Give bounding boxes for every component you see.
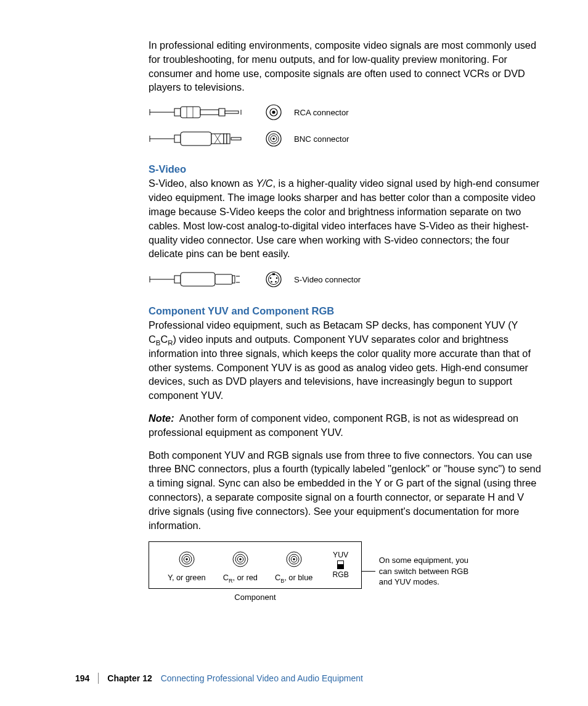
yuv-rgb-switch: YUV RGB bbox=[332, 551, 348, 579]
note-paragraph: Note: Another form of component video, c… bbox=[149, 411, 542, 440]
svideo-em: Y/C bbox=[256, 178, 272, 189]
svg-point-49 bbox=[239, 558, 242, 560]
svg-rect-30 bbox=[181, 273, 215, 286]
svideo-cable-icon bbox=[149, 269, 247, 289]
rca-figure-row: RCA connector bbox=[149, 103, 542, 121]
svg-point-39 bbox=[276, 277, 278, 279]
component-y-connector: Y, or green bbox=[168, 551, 206, 582]
page-number: 194 bbox=[75, 673, 89, 683]
svg-rect-8 bbox=[225, 111, 239, 113]
y-label: Y, or green bbox=[168, 573, 206, 582]
svg-point-41 bbox=[275, 281, 277, 283]
bnc-jack-icon bbox=[264, 129, 283, 148]
svideo-text-post: , is a higher-quality video signal used … bbox=[149, 178, 539, 259]
svg-point-38 bbox=[270, 277, 272, 279]
comp-p1-post: ) video inputs and outputs. Component YU… bbox=[149, 334, 531, 401]
svideo-label: S-Video connector bbox=[294, 275, 361, 284]
bnc-figure-row: BNC connector bbox=[149, 129, 542, 149]
svg-point-26 bbox=[272, 138, 275, 140]
callout-line bbox=[362, 571, 375, 572]
svideo-figure-row: S-Video connector bbox=[149, 269, 542, 289]
svideo-text-pre: S-Video, also known as bbox=[149, 178, 256, 189]
cb-pre: C bbox=[275, 573, 280, 582]
bnc-jack-icon bbox=[285, 551, 303, 568]
svg-rect-2 bbox=[174, 109, 181, 116]
note-label: Note: bbox=[149, 413, 174, 424]
svg-rect-7 bbox=[219, 109, 225, 116]
svg-rect-37 bbox=[272, 273, 275, 275]
footer-divider bbox=[98, 673, 99, 684]
side-callout: On some equipment, you can switch betwee… bbox=[379, 555, 478, 588]
cb-label: CB, or blue bbox=[275, 573, 312, 582]
svg-rect-21 bbox=[227, 134, 230, 144]
component-caption: Component bbox=[234, 593, 276, 602]
bnc-label: BNC connector bbox=[294, 134, 349, 144]
svg-point-40 bbox=[271, 281, 272, 283]
chapter-title: Connecting Professional Video and Audio … bbox=[161, 673, 363, 683]
svg-rect-31 bbox=[215, 274, 232, 284]
component-paragraph-3: Both component YUV and RGB signals use f… bbox=[149, 448, 542, 533]
rgb-text: RGB bbox=[332, 570, 348, 579]
svg-rect-3 bbox=[181, 107, 200, 118]
component-cb-connector: CB, or blue bbox=[275, 551, 312, 582]
svideo-jack-icon bbox=[264, 270, 283, 289]
page-footer: 194 Chapter 12 Connecting Professional V… bbox=[0, 673, 588, 684]
yuv-text: YUV bbox=[333, 551, 348, 559]
bnc-jack-icon bbox=[178, 551, 195, 568]
component-box: Y, or green CR, or red bbox=[149, 541, 362, 589]
svg-rect-6 bbox=[200, 110, 219, 115]
component-heading: Component YUV and Component RGB bbox=[149, 305, 542, 317]
svg-point-45 bbox=[186, 558, 188, 560]
note-text: Another form of component video, compone… bbox=[149, 413, 518, 438]
svg-rect-29 bbox=[174, 276, 181, 283]
svg-rect-16 bbox=[181, 132, 211, 146]
bnc-cable-icon bbox=[149, 129, 247, 149]
svg-point-53 bbox=[293, 558, 295, 560]
cb-post: , or blue bbox=[284, 573, 312, 582]
svg-rect-15 bbox=[174, 135, 181, 142]
component-cr-connector: CR, or red bbox=[223, 551, 258, 582]
svideo-paragraph: S-Video, also known as Y/C, is a higher-… bbox=[149, 176, 542, 261]
bnc-jack-icon bbox=[232, 551, 249, 568]
switch-icon bbox=[337, 560, 344, 569]
chapter-label: Chapter 12 bbox=[107, 673, 152, 683]
intro-paragraph: In professional editing environments, co… bbox=[149, 38, 542, 94]
svg-rect-32 bbox=[232, 276, 235, 283]
rca-cable-icon bbox=[149, 103, 247, 121]
cr-pre: C bbox=[223, 573, 229, 582]
rca-jack-icon bbox=[264, 103, 283, 121]
rca-label: RCA connector bbox=[294, 108, 349, 117]
comp-p1-mid: C bbox=[160, 334, 168, 345]
svg-point-12 bbox=[272, 111, 275, 114]
component-paragraph-1: Professional video equipment, such as Be… bbox=[149, 318, 542, 403]
cr-post: , or red bbox=[232, 573, 258, 582]
component-figure: Y, or green CR, or red bbox=[149, 541, 542, 602]
svg-point-36 bbox=[269, 274, 279, 285]
svg-rect-22 bbox=[231, 138, 241, 140]
svideo-heading: S-Video bbox=[149, 163, 542, 175]
cr-label: CR, or red bbox=[223, 573, 258, 582]
svg-rect-20 bbox=[224, 134, 227, 144]
